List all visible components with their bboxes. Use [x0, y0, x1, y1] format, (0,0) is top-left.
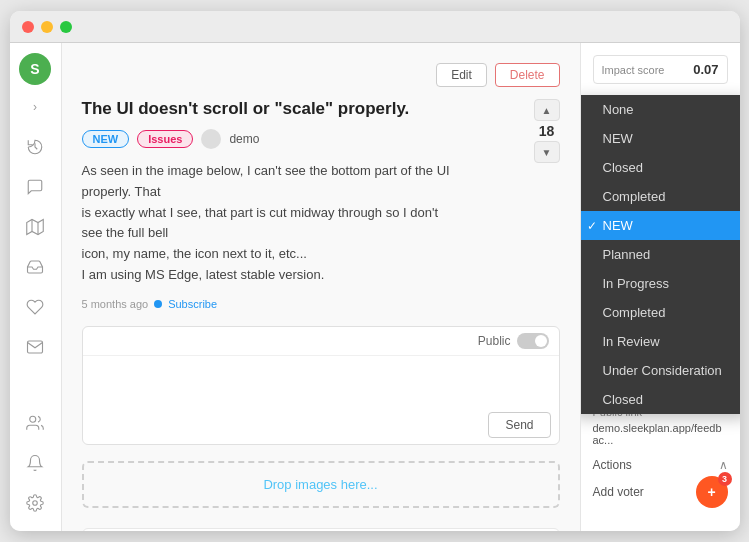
- vote-count: 18: [539, 123, 555, 139]
- dropdown-item-in-review[interactable]: ✓ In Review: [580, 327, 740, 356]
- actions-section: Actions ∧ Add voter + 3: [593, 458, 728, 508]
- public-toggle: Public: [478, 333, 549, 349]
- public-toggle-switch[interactable]: [517, 333, 549, 349]
- comment-item: INTERNAL john @john can you fix this iss…: [82, 528, 560, 531]
- dropdown-item-closed-2[interactable]: ✓ Closed: [580, 385, 740, 414]
- public-link-value: demo.sleekplan.app/feedbac...: [593, 422, 728, 446]
- dropdown-item-closed-1[interactable]: ✓ Closed: [580, 153, 740, 182]
- voter-count-badge: 3: [718, 472, 732, 486]
- main-content: ▲ 18 ▼ Edit Delete The UI doesn't scroll…: [62, 43, 580, 531]
- close-button[interactable]: [22, 21, 34, 33]
- dot-separator: [154, 300, 162, 308]
- dropdown-item-new-1[interactable]: ✓ NEW: [580, 124, 740, 153]
- post-time: 5 months ago: [82, 298, 149, 310]
- avatar[interactable]: S: [19, 53, 51, 85]
- history-icon[interactable]: [17, 129, 53, 165]
- app-body: S ›: [10, 43, 740, 531]
- comment-input[interactable]: [83, 356, 559, 402]
- actions-label: Actions: [593, 458, 632, 472]
- delete-button[interactable]: Delete: [495, 63, 560, 87]
- dropdown-item-none[interactable]: ✓ None: [580, 95, 740, 124]
- svg-point-4: [33, 501, 38, 506]
- svg-marker-0: [27, 220, 44, 235]
- sidebar-toggle[interactable]: ›: [25, 97, 45, 117]
- vote-down-button[interactable]: ▼: [534, 141, 560, 163]
- public-label: Public: [478, 334, 511, 348]
- add-voter-label: Add voter: [593, 485, 644, 499]
- message-icon[interactable]: [17, 329, 53, 365]
- chat-icon[interactable]: [17, 169, 53, 205]
- drop-zone[interactable]: Drop images here...: [82, 461, 560, 508]
- post-header: Edit Delete: [82, 63, 560, 87]
- impact-score-row: Impact score 0.07: [593, 55, 728, 84]
- comment-toolbar: Public: [83, 327, 559, 356]
- svg-point-3: [30, 416, 36, 422]
- comment-send-row: Send: [83, 406, 559, 444]
- post-footer: 5 months ago Subscribe: [82, 298, 560, 310]
- status-dropdown: ✓ None ✓ NEW ✓ Closed ✓ Completed ✓ NE: [580, 95, 740, 414]
- post-author: demo: [229, 132, 259, 146]
- notifications-icon[interactable]: [17, 445, 53, 481]
- post-body: As seen in the image below, I can't see …: [82, 161, 462, 286]
- sidebar: S ›: [10, 43, 62, 531]
- dropdown-item-new-selected[interactable]: ✓ NEW: [580, 211, 740, 240]
- users-icon[interactable]: [17, 405, 53, 441]
- send-button[interactable]: Send: [488, 412, 550, 438]
- inbox-icon[interactable]: [17, 249, 53, 285]
- right-panel: Impact score 0.07 ✓ None ✓ NEW ✓ Closed: [580, 43, 740, 531]
- dropdown-item-completed-2[interactable]: ✓ Completed: [580, 298, 740, 327]
- dropdown-item-completed-1[interactable]: ✓ Completed: [580, 182, 740, 211]
- comment-area: Public Send: [82, 326, 560, 445]
- dropdown-item-in-progress[interactable]: ✓ In Progress: [580, 269, 740, 298]
- add-voter-button[interactable]: + 3: [696, 476, 728, 508]
- app-window: S ›: [10, 11, 740, 531]
- badge-new: NEW: [82, 130, 130, 148]
- settings-icon[interactable]: [17, 485, 53, 521]
- vote-box: ▲ 18 ▼: [534, 99, 560, 163]
- add-voter-row: Add voter + 3: [593, 476, 728, 508]
- dropdown-item-planned[interactable]: ✓ Planned: [580, 240, 740, 269]
- author-avatar: [201, 129, 221, 149]
- post-meta: NEW Issues demo: [82, 129, 560, 149]
- subscribe-link[interactable]: Subscribe: [168, 298, 217, 310]
- titlebar: [10, 11, 740, 43]
- vote-up-button[interactable]: ▲: [534, 99, 560, 121]
- actions-header: Actions ∧: [593, 458, 728, 472]
- edit-button[interactable]: Edit: [436, 63, 487, 87]
- heart-icon[interactable]: [17, 289, 53, 325]
- post-title: The UI doesn't scroll or "scale" properl…: [82, 99, 560, 119]
- impact-label: Impact score: [602, 64, 665, 76]
- minimize-button[interactable]: [41, 21, 53, 33]
- maximize-button[interactable]: [60, 21, 72, 33]
- dropdown-item-under-consideration[interactable]: ✓ Under Consideration: [580, 356, 740, 385]
- impact-value: 0.07: [693, 62, 718, 77]
- badge-issues: Issues: [137, 130, 193, 148]
- map-icon[interactable]: [17, 209, 53, 245]
- actions-chevron-icon: ∧: [719, 458, 728, 472]
